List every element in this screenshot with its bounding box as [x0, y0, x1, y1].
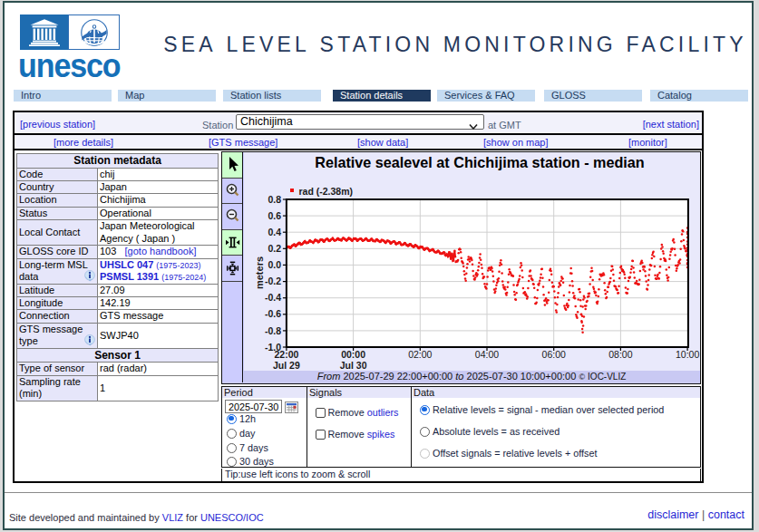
svg-text:00:00: 00:00	[341, 349, 365, 360]
svg-text:-0.8: -0.8	[265, 325, 281, 336]
svg-text:08:00: 08:00	[608, 349, 632, 360]
svg-text:04:00: 04:00	[475, 349, 499, 360]
svg-text:Jul 30: Jul 30	[340, 360, 367, 371]
svg-text:0.2: 0.2	[268, 243, 281, 254]
svg-text:0.8: 0.8	[268, 194, 281, 205]
svg-text:10:00: 10:00	[676, 349, 699, 360]
svg-text:-0.4: -0.4	[265, 292, 281, 303]
svg-text:02:00: 02:00	[408, 349, 432, 360]
svg-text:22:00: 22:00	[274, 349, 298, 360]
svg-text:Relative sealevel at Chichijim: Relative sealevel at Chichijima station …	[315, 154, 644, 170]
svg-text:-0.6: -0.6	[265, 308, 281, 319]
svg-text:meters: meters	[254, 256, 265, 289]
svg-text:06:00: 06:00	[542, 349, 566, 360]
svg-text:0.0: 0.0	[268, 259, 281, 270]
svg-text:Jul 29: Jul 29	[273, 360, 300, 371]
svg-text:rad (-2.38m): rad (-2.38m)	[299, 186, 354, 197]
svg-text:-0.2: -0.2	[265, 276, 281, 286]
svg-text:0.4: 0.4	[268, 227, 281, 237]
svg-text:0.6: 0.6	[268, 210, 281, 221]
